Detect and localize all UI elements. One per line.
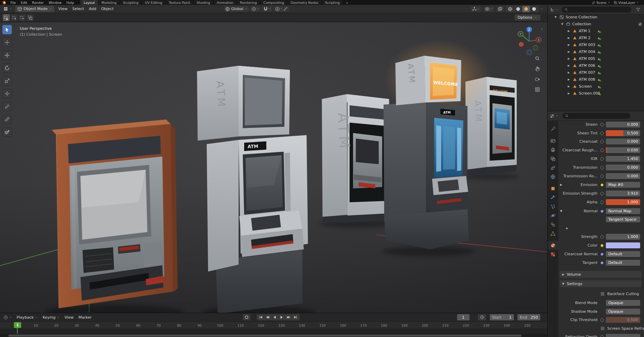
snap-magnet-icon[interactable] [263,7,268,11]
viewport-menu-object[interactable]: Object [99,6,116,12]
chevron-down-icon[interactable] [280,7,283,10]
animate-decorator-icon[interactable] [600,175,604,178]
outliner-row-collection[interactable]: ▼Collection✓ [548,21,644,27]
timeline-menu-marker[interactable]: Marker [76,314,94,321]
add-workspace-button[interactable]: + [343,0,351,5]
workspace-tab-layout[interactable]: Layout [80,0,98,5]
disclosure-right-icon[interactable]: ▶ [568,57,570,60]
slider-sheen-tint[interactable]: 0.500 [606,130,640,136]
slider-alpha[interactable]: 1.000 [606,199,640,205]
transform-orientation-selector[interactable]: Global [224,6,248,12]
volume-panel-header[interactable]: ▶ Volume [560,271,642,278]
workspace-tab-compositing[interactable]: Compositing [260,0,288,5]
tool-transform[interactable] [2,89,12,98]
timeline-channel-area[interactable] [0,329,547,334]
disclosure-down-icon[interactable]: ▼ [555,16,557,19]
animate-decorator-icon[interactable] [600,201,604,204]
node-link-selector[interactable]: Default [606,251,640,257]
outliner-editor-icon[interactable] [550,7,555,12]
workspace-tab-modeling[interactable]: Modeling [98,0,120,5]
shading-solid-button[interactable] [514,6,522,12]
animate-decorator-icon[interactable] [600,166,604,169]
view-layer-selector[interactable]: ViewLayer [618,1,635,5]
properties-tab-scene[interactable] [548,163,558,172]
disclosure-right-icon[interactable]: ▶ [568,43,570,46]
gizmo-y-neg-axis[interactable] [533,45,538,50]
outliner-row-atm-003[interactable]: ▶ATM 003 [548,42,644,48]
use-preview-range-toggle[interactable] [478,314,486,320]
tool-move[interactable] [2,51,12,60]
slider-clearcoat[interactable]: 0.000 [606,139,640,144]
viewport-menu-view[interactable]: View [56,6,70,12]
animate-decorator-icon[interactable] [600,157,604,161]
animate-decorator-icon[interactable] [600,192,604,195]
viewport-menu-select[interactable]: Select [70,6,86,12]
filter-icon[interactable] [636,7,641,12]
value-field-refraction-depth[interactable] [606,334,640,337]
outliner-row-atm-006[interactable]: ▶ATM 006 [548,63,644,69]
settings-panel-header[interactable]: ▼ Settings [560,280,642,287]
outliner-row-atm-1[interactable]: ▶ATM 1 [548,28,644,34]
disclosure-right-icon[interactable]: ▶ [568,50,570,53]
editor-type-selector[interactable] [2,6,14,12]
value-field-emission-strength[interactable]: 3.910 [606,190,640,196]
atm-model-1[interactable] [52,119,178,308]
scene-unlink-icon[interactable] [608,1,610,4]
snap-target-chevron-icon[interactable] [268,7,271,10]
shading-dropdown-chevron-icon[interactable] [540,7,543,10]
tool-measure[interactable] [2,115,12,124]
animate-decorator-icon[interactable] [600,235,604,239]
proportional-falloff-icon[interactable] [283,7,288,11]
workspace-tab-texture-paint[interactable]: Texture Paint [166,0,194,5]
node-socket-icon[interactable] [600,210,604,213]
viewport-3d[interactable]: WELCOME ATM ATM [0,22,547,313]
properties-tab-view-layer[interactable] [548,154,558,163]
frame-end-field[interactable]: End 250 [517,314,540,320]
disclosure-right-icon[interactable]: ▶ [568,92,570,95]
mode-selector[interactable]: Object Mode [15,6,54,12]
workspace-tab-animation[interactable]: Animation [214,0,237,5]
properties-tab-material[interactable] [548,241,558,250]
shading-wireframe-button[interactable] [506,6,514,12]
disclosure-right-icon[interactable]: ▶ [568,64,570,67]
properties-tab-object[interactable] [548,184,558,193]
select-mode-extend-button[interactable] [11,14,18,21]
collection-checkbox[interactable]: ✓ [638,22,642,26]
menu-edit[interactable]: Edit [18,0,29,5]
select-mode-new-button[interactable] [3,14,10,21]
tool-rotate[interactable] [2,63,12,73]
frame-start-field[interactable]: Start 1 [490,314,514,320]
properties-tab-tool[interactable] [548,124,558,133]
dropdown-shadow-mode[interactable]: Opaque [606,309,640,314]
nav-toggle-ortho-button[interactable] [533,85,541,94]
properties-tab-physics[interactable] [548,211,558,220]
nav-pan-button[interactable] [533,64,541,73]
properties-tab-modifiers[interactable] [548,193,558,202]
shading-material-preview-button[interactable] [522,6,530,12]
shading-rendered-button[interactable] [530,6,538,12]
show-gizmo-dropdown[interactable] [471,6,481,12]
outliner-row-screen[interactable]: ▶Screen [548,83,644,90]
atm-model-3[interactable]: ATM [322,94,389,224]
play-button[interactable] [278,314,285,320]
play-reverse-button[interactable] [272,314,278,320]
disclosure-right-icon[interactable]: ▶ [568,29,570,33]
workspace-tab-shading[interactable]: Shading [194,0,214,5]
timeline-menu-keying[interactable]: Keying [40,314,62,321]
workspace-tab-sculpting[interactable]: Sculpting [120,0,142,5]
menu-render[interactable]: Render [29,0,46,5]
disclosure-right-icon[interactable]: ▶ [568,71,570,74]
animate-decorator-icon[interactable] [600,149,604,152]
outliner-search-input[interactable] [562,7,631,12]
properties-tab-render[interactable] [548,136,558,145]
timeline-menu-view[interactable]: View [62,314,76,321]
value-field-ior[interactable]: 1.450 [606,156,640,162]
color-swatch[interactable] [606,242,640,248]
dropdown-tangent-space[interactable]: Tangent Space [606,216,640,222]
value-field-strength[interactable]: 1.000 [606,234,640,240]
properties-tab-world[interactable] [548,172,558,181]
previous-keyframe-button[interactable] [265,314,271,320]
animate-decorator-icon[interactable] [600,335,604,337]
viewport-canvas[interactable]: WELCOME ATM ATM [0,22,547,313]
workspace-tab-geometry-nodes[interactable]: Geometry Nodes [287,0,322,5]
